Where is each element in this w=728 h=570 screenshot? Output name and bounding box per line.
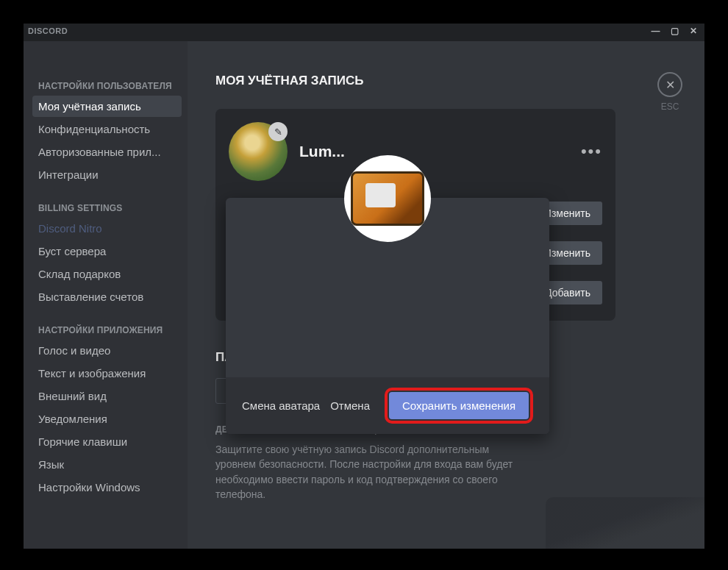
sidebar-item[interactable]: Язык — [32, 454, 182, 475]
close-settings: ✕ ESC — [657, 72, 682, 112]
sidebar-section-header: НАСТРОЙКИ ПОЛЬЗОВАТЕЛЯ — [38, 81, 176, 91]
sidebar-item[interactable]: Конфиденциальность — [32, 118, 182, 140]
close-settings-button[interactable]: ✕ — [657, 72, 682, 97]
titlebar: DISCORD — ▢ ✕ — [24, 24, 704, 38]
sidebar-item[interactable]: Внешний вид — [32, 385, 182, 407]
minimize-button[interactable]: — — [652, 26, 661, 36]
sidebar-item[interactable]: Интеграции — [32, 164, 182, 185]
sidebar-section-header: BILLING SETTINGS — [38, 203, 176, 213]
sidebar-item[interactable]: Голос и видео — [32, 340, 182, 361]
sidebar-item[interactable]: Текст и изображения — [32, 363, 182, 384]
settings-sidebar: НАСТРОЙКИ ПОЛЬЗОВАТЕЛЯМоя учётная запись… — [24, 41, 188, 549]
modal-title: Смена аватара — [242, 399, 320, 412]
sidebar-item[interactable]: Буст сервера — [32, 241, 182, 262]
sidebar-item[interactable]: Горячие клавиши — [32, 431, 182, 452]
tv-icon — [351, 171, 424, 225]
modal-footer: Смена аватара Отмена Сохранить изменения — [226, 377, 549, 434]
close-button[interactable]: ✕ — [690, 26, 698, 36]
more-options-icon[interactable]: ••• — [581, 142, 602, 161]
sidebar-item[interactable]: Настройки Windows — [32, 477, 182, 498]
page-title: МОЯ УЧЁТНАЯ ЗАПИСЬ — [215, 74, 677, 88]
sidebar-section-header: НАСТРОЙКИ ПРИЛОЖЕНИЯ — [38, 325, 176, 335]
close-settings-label: ESC — [657, 101, 682, 112]
cancel-button[interactable]: Отмена — [320, 393, 380, 418]
edit-avatar-icon[interactable]: ✎ — [268, 122, 288, 141]
sidebar-item[interactable]: Авторизованные прил... — [32, 141, 182, 163]
maximize-button[interactable]: ▢ — [671, 26, 679, 36]
window-controls: — ▢ ✕ — [652, 26, 698, 36]
decorative-illustration — [546, 497, 704, 549]
sidebar-item[interactable]: Склад подарков — [32, 263, 182, 285]
username-display: Lum... — [299, 143, 345, 160]
avatar[interactable]: ✎ — [229, 122, 288, 181]
modal-avatar-preview[interactable] — [344, 155, 431, 242]
save-button[interactable]: Сохранить изменения — [389, 392, 529, 419]
app-title: DISCORD — [28, 26, 68, 35]
save-highlight: Сохранить изменения — [385, 388, 533, 424]
sidebar-item[interactable]: Discord Nitro — [32, 218, 182, 239]
sidebar-item[interactable]: Уведомления — [32, 408, 182, 430]
sidebar-item[interactable]: Выставление счетов — [32, 286, 182, 307]
two-fa-description: Защитите свою учётную запись Discord доп… — [215, 442, 524, 502]
app-window: DISCORD — ▢ ✕ НАСТРОЙКИ ПОЛЬЗОВАТЕЛЯМоя … — [24, 24, 704, 549]
sidebar-item[interactable]: Моя учётная запись — [32, 96, 182, 117]
avatar-modal: Смена аватара Отмена Сохранить изменения — [226, 198, 549, 434]
